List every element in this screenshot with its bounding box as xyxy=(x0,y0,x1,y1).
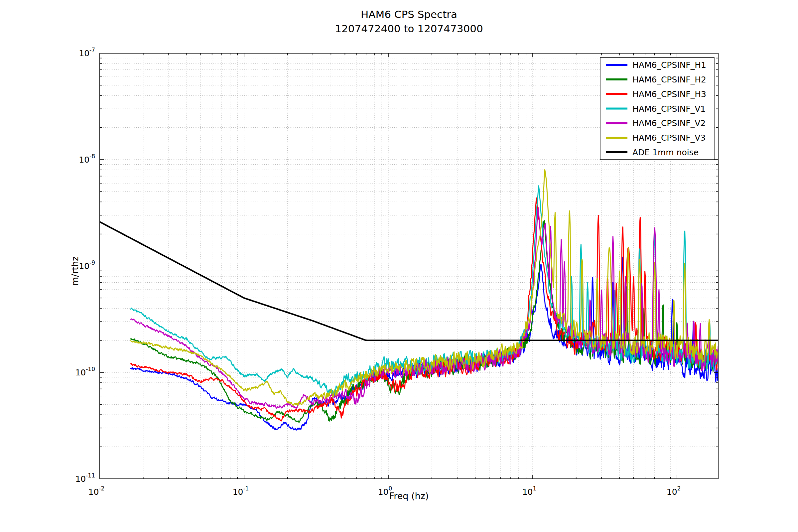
legend: HAM6_CPSINF_H1HAM6_CPSINF_H2HAM6_CPSINF_… xyxy=(600,58,714,159)
y-tick-label-10e-10: 10-10 xyxy=(75,366,95,377)
y-axis-label: m/rthz xyxy=(70,256,80,286)
chart-title-block: HAM6 CPS Spectra 1207472400 to 120747300… xyxy=(100,7,718,36)
y-tick-label-10e-9: 10-9 xyxy=(79,259,95,271)
chart-subtitle: 1207472400 to 1207473000 xyxy=(100,22,718,36)
series-curves xyxy=(100,170,718,430)
legend-label: HAM6_CPSINF_H1 xyxy=(632,60,706,70)
y-tick-label-10e-8: 10-8 xyxy=(79,153,95,165)
x-axis-label: Freq (hz) xyxy=(100,491,718,501)
y-tick-label-10e-11: 10-11 xyxy=(75,472,95,484)
legend-label: HAM6_CPSINF_V1 xyxy=(632,104,706,114)
legend-label: HAM6_CPSINF_V2 xyxy=(632,118,706,128)
legend-label: ADE 1mm noise xyxy=(632,148,699,157)
legend-label: HAM6_CPSINF_H3 xyxy=(632,90,706,99)
chart-title: HAM6 CPS Spectra xyxy=(100,7,718,22)
spectra-plot-canvas: 10-210-110010110210-710-810-910-1010-11H… xyxy=(0,0,798,532)
y-tick-label-10e-7: 10-7 xyxy=(79,46,95,58)
legend-label: HAM6_CPSINF_V3 xyxy=(632,133,706,142)
chart-figure: HAM6 CPS Spectra 1207472400 to 120747300… xyxy=(0,0,798,532)
tick-labels: 10-210-110010110210-710-810-910-1010-11 xyxy=(75,46,681,497)
series-ham6-cpsinf-h3 xyxy=(131,198,718,421)
legend-label: HAM6_CPSINF_H2 xyxy=(632,75,706,84)
